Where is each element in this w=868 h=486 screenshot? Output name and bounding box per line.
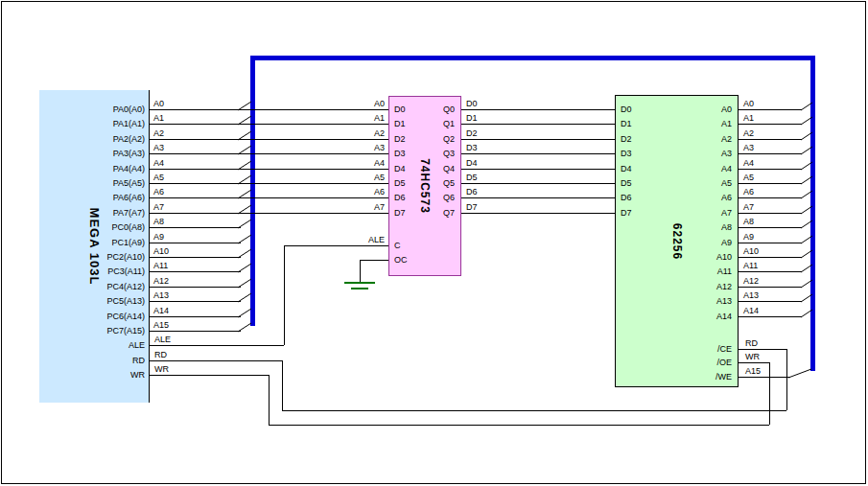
pin-label: D2 — [394, 134, 406, 144]
bus-tap — [238, 309, 251, 317]
net-label: WR — [154, 364, 169, 374]
pin-label: Q6 — [416, 193, 455, 202]
pin-label: D1 — [394, 119, 406, 128]
pin-label: D6 — [621, 193, 632, 202]
net-label: RD — [154, 350, 167, 359]
net-label: A2 — [743, 128, 754, 138]
pin-label: PA1(A1) — [87, 119, 145, 128]
net-label: A9 — [153, 232, 164, 242]
net-label: A0 — [153, 99, 164, 108]
bus-tap — [238, 264, 251, 272]
pin-label: D0 — [621, 104, 632, 114]
pin-label: A8 — [674, 222, 732, 232]
pin-label: A1 — [674, 119, 732, 128]
pin-label: Q3 — [416, 149, 455, 158]
pin-label: PC1(A9) — [87, 238, 145, 247]
net-label: A13 — [743, 290, 759, 300]
pin-label: D3 — [394, 149, 406, 158]
bus-tap — [238, 293, 251, 302]
pin-label: A14 — [674, 312, 732, 321]
pin-label: D4 — [394, 164, 406, 174]
net-label: A14 — [153, 306, 169, 315]
pin-label: PA5(A5) — [87, 178, 145, 188]
net-label: A4 — [743, 158, 754, 168]
pin-label: D7 — [621, 208, 632, 218]
net-label: A5 — [743, 173, 754, 182]
net-label: A11 — [153, 261, 168, 270]
net-label: D7 — [466, 202, 478, 212]
net-label: D0 — [466, 99, 478, 108]
pin-label: Q4 — [416, 164, 455, 174]
pin-label: RD — [87, 356, 145, 365]
pin-label: D0 — [394, 104, 406, 114]
net-label: A9 — [743, 232, 754, 242]
net-label: A5 — [346, 173, 385, 182]
net-label: A12 — [743, 276, 759, 286]
pin-label: PA6(A6) — [87, 193, 145, 202]
pin-label: ALE — [87, 340, 145, 350]
net-label: A6 — [153, 187, 164, 197]
pin-label: PA2(A2) — [87, 134, 145, 144]
net-label: D6 — [466, 187, 478, 197]
pin-label: Q7 — [416, 208, 455, 218]
pin-label: OC — [394, 255, 408, 265]
net-label: A15 — [153, 320, 169, 330]
pin-label: Q5 — [416, 178, 455, 188]
net-label: ALE — [346, 235, 385, 244]
pin-label: PC3(A11) — [87, 266, 145, 276]
pin-label: Q1 — [416, 119, 455, 128]
pin-label: Q2 — [416, 134, 455, 144]
pin-label: PA3(A3) — [87, 149, 145, 158]
net-label: RD — [745, 338, 758, 348]
bus-tap — [238, 220, 251, 228]
net-label: A8 — [743, 217, 754, 226]
net-label: A2 — [346, 128, 385, 138]
pin-label: PC2(A10) — [87, 252, 145, 262]
net-label: A14 — [743, 306, 759, 315]
net-label: D1 — [466, 113, 478, 123]
net-label: A1 — [346, 113, 385, 123]
bus-tap — [238, 323, 251, 332]
schematic-canvas: MEGA 103L 74HC573 62256 A0A1A2A3A4A5A6A7… — [0, 0, 868, 486]
net-label: A5 — [153, 173, 164, 182]
net-label: A15 — [745, 366, 761, 376]
pin-label: A13 — [674, 296, 732, 306]
pin-label: D3 — [621, 149, 632, 158]
pin-label: /WE — [674, 372, 732, 382]
pin-label: PA7(A7) — [87, 208, 145, 218]
net-label: A3 — [346, 143, 385, 152]
net-label: A0 — [346, 99, 385, 108]
pin-label: PC6(A14) — [87, 312, 145, 321]
net-label: D2 — [466, 128, 478, 138]
pin-label: D5 — [621, 178, 632, 188]
net-label: A7 — [346, 202, 385, 212]
pin-label: D6 — [394, 193, 406, 202]
net-label: A3 — [743, 143, 754, 152]
pin-label: D5 — [394, 178, 406, 188]
pin-label: D7 — [394, 208, 406, 218]
net-label: A3 — [153, 143, 164, 152]
pin-label: A4 — [674, 164, 732, 174]
pin-label: A10 — [674, 252, 732, 262]
bus-tap — [788, 369, 811, 378]
pin-label: PC5(A13) — [87, 296, 145, 306]
net-label: A6 — [346, 187, 385, 197]
pin-label: A9 — [674, 238, 732, 247]
net-label: A4 — [346, 158, 385, 168]
net-label: A0 — [743, 99, 754, 108]
pin-label: /CE — [674, 344, 732, 354]
pin-label: PA0(A0) — [87, 104, 145, 114]
net-label: A6 — [743, 187, 754, 197]
pin-label: PC4(A12) — [87, 282, 145, 291]
pin-label: /OE — [674, 358, 732, 367]
net-label: A12 — [153, 276, 169, 286]
pin-label: A5 — [674, 178, 732, 188]
pin-label: PC7(A15) — [87, 326, 145, 336]
net-label: A7 — [743, 202, 754, 212]
net-label: A4 — [153, 158, 164, 168]
net-label: ALE — [154, 335, 171, 344]
net-label: A1 — [153, 113, 164, 123]
pin-label: A2 — [674, 134, 732, 144]
net-label: WR — [745, 352, 760, 361]
bus-tap — [238, 235, 251, 243]
